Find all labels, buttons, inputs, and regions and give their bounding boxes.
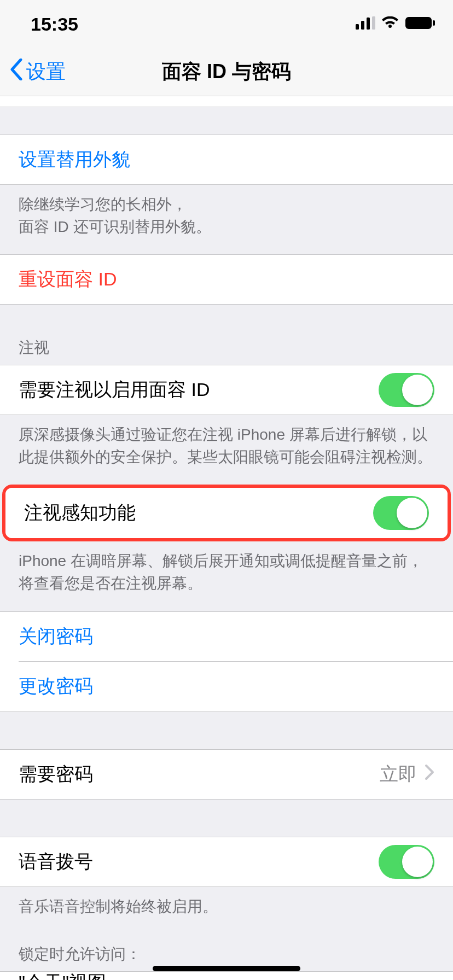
svg-rect-1 <box>361 21 364 30</box>
svg-rect-0 <box>356 24 359 30</box>
cell-label: 语音拨号 <box>19 849 379 874</box>
svg-rect-3 <box>372 16 375 30</box>
nav-bar: 设置 面容 ID 与密码 <box>0 48 453 96</box>
cell-label: 重设面容 ID <box>19 267 434 292</box>
chevron-left-icon <box>10 59 23 85</box>
cell-label: 设置替用外貌 <box>19 147 434 172</box>
cell-label: 更改密码 <box>19 674 434 699</box>
require-attention-toggle[interactable] <box>379 373 434 407</box>
page-title: 面容 ID 与密码 <box>0 59 453 85</box>
turn-passcode-off[interactable]: 关闭密码 <box>0 611 453 662</box>
alt-appearance-footer: 除继续学习您的长相外， 面容 ID 还可识别替用外貌。 <box>0 185 453 254</box>
wifi-icon <box>381 16 399 32</box>
partial-text: 进行支付。 关于面容 ID 与隐私… <box>19 96 262 97</box>
require-passcode-row[interactable]: 需要密码 立即 <box>0 749 453 800</box>
cell-label: 需要注视以启用面容 ID <box>19 377 379 402</box>
svg-rect-2 <box>367 18 370 30</box>
reset-face-id[interactable]: 重设面容 ID <box>0 254 453 305</box>
back-button[interactable]: 设置 <box>0 59 66 85</box>
status-icons <box>356 16 435 32</box>
back-label: 设置 <box>26 59 66 85</box>
require-attention-row[interactable]: 需要注视以启用面容 ID <box>0 365 453 415</box>
cell-label: 需要密码 <box>19 762 380 787</box>
today-view-row[interactable]: "今天"视图 <box>0 971 453 980</box>
status-bar: 15:35 <box>0 0 453 48</box>
attention-aware-toggle[interactable] <box>373 496 429 530</box>
battery-icon <box>405 16 435 32</box>
home-indicator[interactable] <box>153 966 300 971</box>
voice-dial-footer: 音乐语音控制将始终被启用。 <box>0 887 453 935</box>
svg-rect-4 <box>405 17 432 29</box>
change-passcode[interactable]: 更改密码 <box>0 662 453 712</box>
cellular-icon <box>356 16 375 32</box>
content: 进行支付。 关于面容 ID 与隐私… 设置替用外貌 除继续学习您的长相外， 面容… <box>0 96 453 980</box>
status-time: 15:35 <box>31 14 78 35</box>
setup-alternate-appearance[interactable]: 设置替用外貌 <box>0 135 453 185</box>
svg-rect-5 <box>433 20 435 26</box>
highlighted-row: 注视感知功能 <box>2 485 451 541</box>
voice-dial-row[interactable]: 语音拨号 <box>0 837 453 887</box>
require-attention-footer: 原深感摄像头通过验证您在注视 iPhone 屏幕后进行解锁，以此提供额外的安全保… <box>0 415 453 485</box>
chevron-right-icon <box>425 763 434 785</box>
voice-dial-toggle[interactable] <box>379 845 434 879</box>
attention-aware-footer: iPhone 在调暗屏幕、解锁后展开通知或调低提醒音量之前，将查看您是否在注视屏… <box>0 541 453 611</box>
cell-label: 注视感知功能 <box>24 500 373 526</box>
attention-aware-row[interactable]: 注视感知功能 <box>5 488 448 538</box>
partial-row: 进行支付。 关于面容 ID 与隐私… <box>0 96 453 107</box>
attention-header: 注视 <box>0 305 453 365</box>
cell-label: "今天"视图 <box>19 971 434 980</box>
cell-label: 关闭密码 <box>19 624 434 649</box>
cell-value: 立即 <box>380 762 417 787</box>
